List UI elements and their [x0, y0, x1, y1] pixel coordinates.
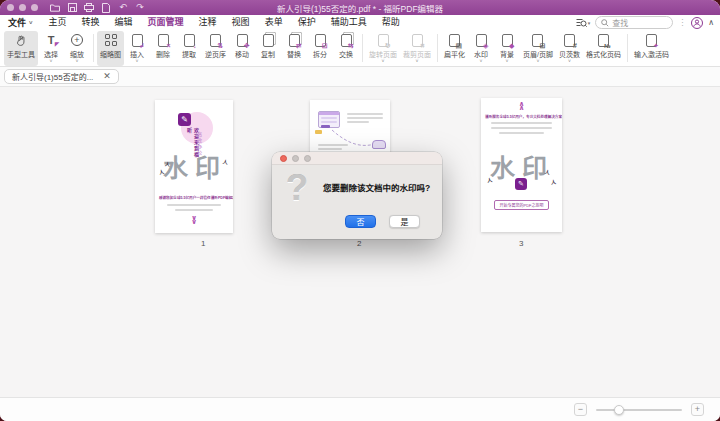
- more-options-icon[interactable]: ⋮: [678, 18, 686, 27]
- flatten-icon: ▤: [449, 33, 460, 48]
- people-figure: 人: [551, 178, 557, 185]
- minimize-window-button[interactable]: [19, 4, 26, 11]
- replace-page-icon: ⇄: [289, 33, 300, 48]
- redo-icon[interactable]: ↷: [135, 3, 145, 13]
- background-button[interactable]: ◆ 背景 ˅: [494, 31, 520, 66]
- crop-page-button: ⌗ 裁剪页面 ˅: [400, 31, 434, 66]
- menubar-right-cluster: ▾ 查找 ⋮ ∧: [576, 16, 714, 29]
- menu-item-accessibility[interactable]: 辅助工具: [331, 14, 367, 32]
- toolbar-ribbon: 手型工具 ˅ T◤ 选择 ˅ + 缩放 ˅: [0, 30, 720, 67]
- watermark-icon: ◈: [476, 33, 487, 48]
- collapse-ribbon-icon[interactable]: ∧: [708, 18, 714, 27]
- body-text-line: [347, 113, 383, 115]
- document-tab-label: 新人引导(1)55否定的...: [12, 71, 93, 82]
- delete-page-button[interactable]: × 删除 ˅: [150, 31, 176, 66]
- chevron-down-icon: ˅: [29, 20, 33, 26]
- flatten-button[interactable]: ▤ 扁平化 ˅: [441, 31, 468, 66]
- crop-page-icon: ⌗: [412, 33, 423, 48]
- page-number-3: 3: [519, 239, 523, 248]
- menu-item-form[interactable]: 表单: [265, 14, 283, 32]
- swap-page-icon: ⇆: [341, 33, 352, 48]
- account-avatar[interactable]: [691, 17, 703, 29]
- menu-file[interactable]: 文件 ˅: [8, 16, 33, 29]
- toolbar-group-activation: ✦ 输入激活码 ˅: [631, 31, 672, 66]
- reverse-page-order-button[interactable]: ⇅ 逆页序 ˅: [202, 31, 229, 66]
- statusbar: − +: [0, 397, 720, 421]
- foxit-logo-icon: ✎: [515, 178, 527, 190]
- menu-item-home[interactable]: 主页: [49, 14, 67, 32]
- split-page-button[interactable]: ⊟ 拆分 ˅: [307, 31, 333, 66]
- search-settings-icon: [576, 18, 587, 28]
- bates-number-icon: #: [564, 33, 575, 48]
- thumbnails-button[interactable]: 缩略图 ˅: [97, 31, 124, 66]
- new-document-icon[interactable]: [101, 3, 111, 13]
- menu-item-help[interactable]: 帮助: [382, 14, 400, 32]
- dialog-zoom-button: [304, 155, 311, 162]
- copy-page-icon: [263, 33, 274, 48]
- toolbar-divider: [362, 34, 363, 62]
- save-icon[interactable]: [67, 3, 77, 13]
- zoom-window-button[interactable]: [31, 4, 38, 11]
- toolbar-group-pages: 缩略图 ˅ ↲ 插入 ˅ × 删除 ˅ ↓ 提取 ˅: [97, 31, 359, 66]
- replace-page-button[interactable]: ⇄ 替换 ˅: [281, 31, 307, 66]
- page-thumbnail-3[interactable]: ∧∧ 福昕服务全球5.5亿用户，专注文档处理解决方案。 水印 ✎ 人 人 人 开…: [481, 98, 562, 232]
- close-window-button[interactable]: [7, 4, 14, 11]
- dialog-titlebar: [272, 152, 442, 165]
- body-text-line: [318, 144, 348, 146]
- print-icon[interactable]: [84, 3, 94, 13]
- chevron-down-icon: ˅: [50, 59, 53, 64]
- menu-item-view[interactable]: 视图: [232, 14, 250, 32]
- yes-button[interactable]: 是: [389, 215, 420, 228]
- app-window-illustration: [318, 111, 340, 128]
- menu-item-edit[interactable]: 编辑: [115, 14, 133, 32]
- undo-icon[interactable]: ↶: [118, 3, 128, 13]
- watermark-button[interactable]: ◈ 水印 ˅: [468, 31, 494, 66]
- chevron-down-icon: ˅: [568, 59, 571, 64]
- zoom-out-button[interactable]: −: [574, 403, 587, 416]
- advanced-search-button[interactable]: ▾: [576, 18, 591, 28]
- extract-page-button[interactable]: ↓ 提取 ˅: [176, 31, 202, 66]
- insert-page-button[interactable]: ↲ 插入 ˅: [124, 31, 150, 66]
- extract-page-icon: ↓: [184, 33, 195, 48]
- zoom-tool-button[interactable]: + 缩放 ˅: [64, 31, 90, 66]
- no-button[interactable]: 否: [345, 215, 376, 228]
- menu-item-protect[interactable]: 保护: [298, 14, 316, 32]
- search-icon: [601, 19, 609, 27]
- zoom-slider[interactable]: [596, 409, 682, 411]
- copy-page-button[interactable]: 复制 ˅: [255, 31, 281, 66]
- bates-number-button[interactable]: # 贝茨数 ˅: [556, 31, 583, 66]
- delete-watermark-dialog: ? 您要删除该文档中的水印吗? 否 是: [272, 152, 442, 239]
- start-journey-button: 开始专属您的PDF之旅吧: [494, 200, 549, 210]
- close-tab-icon[interactable]: ✕: [103, 72, 111, 81]
- user-icon: [693, 19, 701, 27]
- body-text-line: [347, 121, 369, 123]
- header-footer-button[interactable]: ⊞ 页眉/页脚 ˅: [520, 31, 556, 66]
- format-page-number-button[interactable]: № 格式化页码 ˅: [583, 31, 624, 66]
- tag-illustration: [315, 130, 322, 134]
- menu-item-page-management[interactable]: 页面管理: [148, 14, 184, 32]
- menu-item-comment[interactable]: 注释: [199, 14, 217, 32]
- enter-activation-code-button[interactable]: ✦ 输入激活码 ˅: [631, 31, 672, 66]
- toolbar-group-tools: 手型工具 ˅ T◤ 选择 ˅ + 缩放 ˅: [4, 31, 90, 66]
- document-tab[interactable]: 新人引导(1)55否定的... ✕: [4, 69, 119, 84]
- zoom-slider-knob[interactable]: [614, 405, 624, 415]
- body-text-line: [175, 209, 213, 211]
- cloud-illustration: [372, 140, 386, 149]
- select-tool-button[interactable]: T◤ 选择 ˅: [38, 31, 64, 66]
- insert-page-icon: ↲: [132, 33, 143, 48]
- hand-tool-button[interactable]: 手型工具 ˅: [4, 31, 38, 66]
- move-page-button[interactable]: ✥ 移动 ˅: [229, 31, 255, 66]
- dialog-close-button[interactable]: [280, 155, 287, 162]
- chevron-down-icon: ˅: [382, 59, 385, 64]
- header-footer-icon: ⊞: [532, 33, 543, 48]
- page-thumbnail-1[interactable]: ✎ 欢迎来到福昕 高效办公 水印 人 人 人 感谢您如全球5.5亿用户一样信任福…: [155, 100, 233, 233]
- menu-item-convert[interactable]: 转换: [82, 14, 100, 32]
- swap-page-button[interactable]: ⇆ 交换 ˅: [333, 31, 359, 66]
- rotate-page-button: ↻ 旋转页面 ˅: [366, 31, 400, 66]
- page-number-1: 1: [201, 239, 205, 248]
- search-input[interactable]: 查找: [595, 16, 673, 29]
- open-file-icon[interactable]: [50, 3, 60, 13]
- toolbar-group-decorate: ▤ 扁平化 ˅ ◈ 水印 ˅ ◆ 背景 ˅ ⊞ 页眉/页脚 ˅: [441, 31, 624, 66]
- zoom-in-button[interactable]: +: [691, 403, 704, 416]
- question-mark-icon: ?: [286, 170, 308, 206]
